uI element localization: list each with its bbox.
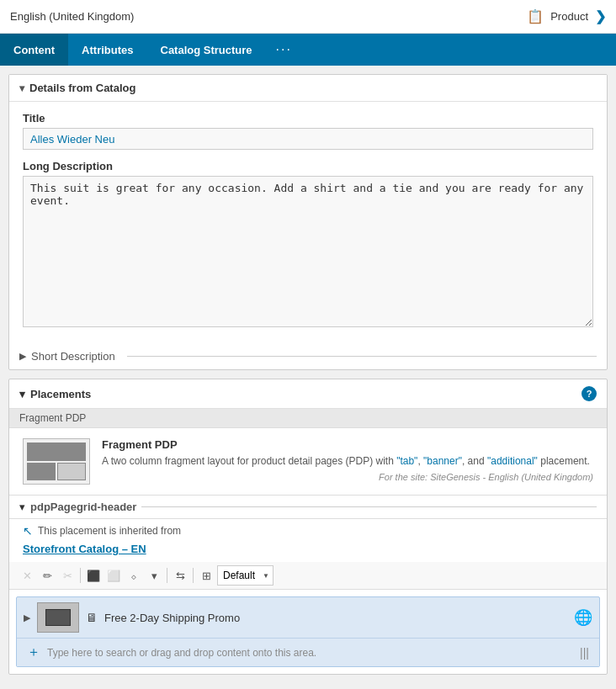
- tab-catalog-structure[interactable]: Catalog Structure: [147, 34, 266, 66]
- toolbar-move-button[interactable]: ⇆: [171, 566, 189, 585]
- locale-label: English (United Kingdom): [10, 10, 134, 23]
- globe-icon[interactable]: 🌐: [574, 608, 592, 627]
- content-item-thumbnail: [37, 602, 79, 633]
- chevron-down-icon: ▾: [19, 501, 25, 513]
- thumb-top: [27, 443, 86, 461]
- tab-attributes[interactable]: Attributes: [68, 34, 146, 66]
- content-item-type-icon: 🖥: [86, 611, 98, 624]
- placements-card: ▾ Placements ? Fragment PDP Fragment PDP: [8, 379, 608, 675]
- fragment-text-area: Fragment PDP A two column fragment layou…: [102, 438, 593, 482]
- content-thumb-inner: [45, 609, 71, 626]
- toolbar-cut-button[interactable]: ✂: [58, 566, 77, 585]
- toolbar-grid-button[interactable]: ⊞: [197, 566, 215, 585]
- nav-tabs: Content Attributes Catalog Structure ···: [0, 34, 616, 66]
- book-icon: 📋: [527, 8, 544, 24]
- fragment-site: For the site: SiteGenesis - English (Uni…: [102, 472, 593, 482]
- toolbar-dropdown-button[interactable]: ▾: [145, 566, 163, 585]
- toolbar-divider-2: [167, 568, 167, 583]
- title-input[interactable]: [23, 128, 593, 150]
- short-desc-label: Short Description: [31, 350, 115, 363]
- toolbar-default-select[interactable]: Default: [217, 565, 273, 586]
- chevron-down-icon: ▾: [19, 388, 25, 400]
- details-section-header[interactable]: ▾ Details from Catalog: [9, 75, 607, 102]
- placements-header-left[interactable]: ▾ Placements: [19, 388, 91, 400]
- short-desc-divider: [127, 356, 597, 357]
- details-from-catalog-card: ▾ Details from Catalog Title Long Descri…: [8, 74, 608, 370]
- catalog-body: Title Long Description This suit is grea…: [9, 102, 607, 343]
- title-label: Title: [23, 112, 593, 125]
- fragment-desc-quoted2: "banner": [423, 455, 462, 467]
- tab-more[interactable]: ···: [266, 34, 302, 66]
- content-item-row: ▶ 🖥 Free 2-Day Shipping Promo 🌐: [17, 597, 599, 638]
- toolbar-divider-1: [80, 568, 81, 583]
- long-desc-label: Long Description: [23, 160, 593, 172]
- content-item-label: Free 2-Day Shipping Promo: [104, 612, 567, 624]
- inherited-text: This placement is inherited from: [38, 525, 181, 537]
- thumb-bottom-right: [57, 463, 86, 481]
- help-icon[interactable]: ?: [581, 386, 597, 401]
- content-item-area: ▶ 🖥 Free 2-Day Shipping Promo 🌐 ＋ Type h…: [16, 596, 600, 667]
- fragment-label: Fragment PDP: [19, 412, 86, 424]
- toolbar-paste-button[interactable]: ⬜: [104, 566, 123, 585]
- fragment-thumbnail: [23, 438, 90, 485]
- chevron-right-icon: ▶: [19, 351, 26, 362]
- product-label: Product: [550, 10, 588, 23]
- inherited-link[interactable]: Storefront Catalog – EN: [23, 543, 146, 555]
- add-row: ＋ Type here to search or drag and drop c…: [17, 638, 599, 666]
- fragment-desc-quoted3: "additional": [487, 455, 538, 467]
- fragment-pdp-label-row: Fragment PDP: [9, 409, 607, 428]
- placements-header: ▾ Placements ?: [9, 379, 607, 409]
- inherited-link-row: Storefront Catalog – EN: [9, 543, 607, 562]
- toolbar-row: ✕ ✏ ✂ ⬛ ⬜ ⬦ ▾ ⇆ ⊞ Default: [9, 562, 607, 590]
- top-bar: English (United Kingdom) 📋 Product ❯: [0, 0, 616, 34]
- chevron-down-icon: ▾: [19, 82, 24, 94]
- toolbar-copy-button[interactable]: ⬛: [84, 566, 103, 585]
- toolbar-close-button[interactable]: ✕: [18, 566, 36, 585]
- details-section-label: Details from Catalog: [29, 82, 135, 94]
- main-content: ▾ Details from Catalog Title Long Descri…: [0, 66, 616, 683]
- fragment-content: Fragment PDP A two column fragment layou…: [9, 428, 607, 496]
- inherited-row: ↖ This placement is inherited from: [9, 519, 607, 543]
- fragment-desc-quoted1: "tab": [396, 455, 417, 467]
- toolbar-divider-3: [193, 568, 194, 583]
- toolbar-sort-button[interactable]: ⬦: [125, 566, 143, 585]
- pdpgrid-divider: [141, 506, 597, 507]
- chevron-right-icon[interactable]: ❯: [595, 8, 606, 24]
- add-placeholder: Type here to search or drag and drop con…: [47, 647, 316, 659]
- inherit-icon: ↖: [23, 524, 33, 538]
- placements-label: Placements: [30, 388, 91, 400]
- toolbar-select-wrap: Default: [217, 565, 273, 586]
- fragment-desc: A two column fragment layout for product…: [102, 454, 593, 469]
- long-desc-textarea[interactable]: This suit is great for any occasion. Add…: [23, 176, 593, 327]
- toolbar-edit-button[interactable]: ✏: [38, 566, 56, 585]
- fragment-thumb-inner: [27, 443, 86, 480]
- thumb-bottom-left: [27, 463, 56, 481]
- bar-chart-icon: |||: [580, 646, 589, 660]
- top-bar-right: 📋 Product ❯: [527, 8, 606, 24]
- expand-arrow-icon[interactable]: ▶: [24, 612, 30, 623]
- pdpgrid-header-row[interactable]: ▾ pdpPagegrid-header: [9, 496, 607, 519]
- pdpgrid-label: pdpPagegrid-header: [30, 501, 136, 513]
- fragment-title: Fragment PDP: [102, 438, 593, 451]
- short-desc-row[interactable]: ▶ Short Description: [9, 343, 607, 369]
- tab-content[interactable]: Content: [0, 34, 68, 66]
- add-plus-icon[interactable]: ＋: [27, 644, 40, 661]
